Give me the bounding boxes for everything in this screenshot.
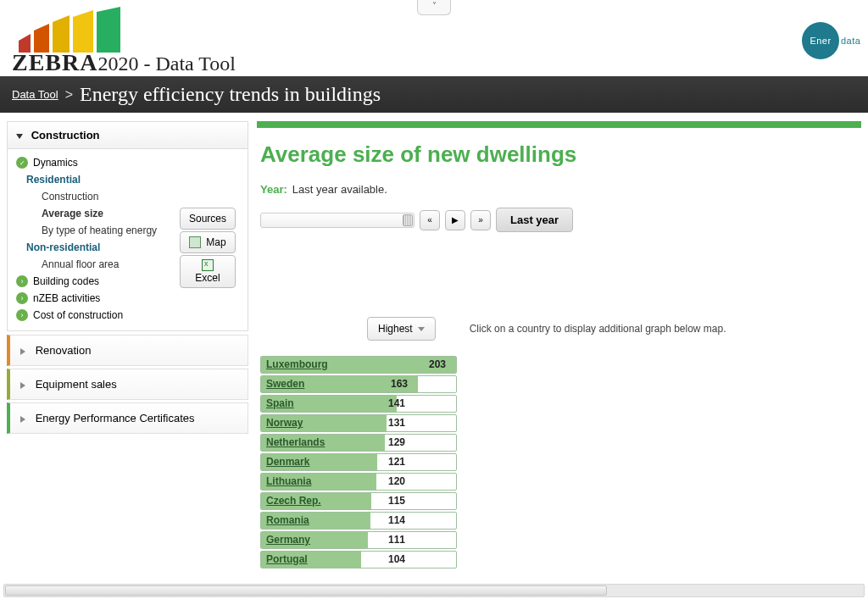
rewind-button[interactable]: « — [420, 210, 440, 230]
bar-value: 163 — [391, 378, 408, 390]
excel-icon — [202, 259, 214, 271]
nav-residential-label: Residential — [26, 174, 81, 186]
country-link[interactable]: Luxembourg — [266, 358, 328, 370]
chevron-right-icon — [16, 275, 28, 287]
country-link[interactable]: Germany — [266, 534, 310, 546]
bar-row[interactable]: Germany111 — [260, 531, 457, 549]
excel-button-label: Excel — [195, 272, 220, 284]
svg-marker-2 — [53, 15, 70, 53]
map-button[interactable]: Map — [180, 231, 236, 253]
chevron-down-icon — [418, 327, 425, 331]
caret-right-icon — [20, 382, 25, 389]
horizontal-scrollbar[interactable] — [3, 584, 865, 597]
bar-value: 104 — [388, 553, 405, 565]
bar-value: 203 — [429, 358, 446, 370]
panel-epc-label: Energy Performance Certificates — [36, 412, 195, 424]
breadcrumb-title: Energy efficiency trends in buildings — [80, 83, 381, 106]
svg-marker-1 — [34, 24, 49, 53]
forward-button[interactable]: » — [470, 210, 491, 230]
bar-row[interactable]: Netherlands129 — [260, 434, 457, 452]
panel-construction-label: Construction — [31, 129, 100, 141]
country-link[interactable]: Denmark — [266, 456, 309, 468]
bar-row[interactable]: Denmark121 — [260, 453, 457, 471]
year-slider[interactable] — [260, 213, 415, 228]
last-year-button[interactable]: Last year — [496, 208, 573, 232]
last-year-label: Last year — [510, 214, 559, 226]
slider-handle-icon[interactable] — [403, 214, 413, 226]
enerdata-suffix: data — [841, 36, 860, 46]
top-panel-toggle[interactable]: ˅ — [417, 0, 451, 15]
bar-value: 121 — [388, 456, 405, 468]
bar-row[interactable]: Romania114 — [260, 512, 457, 530]
nav-dynamics[interactable]: Dynamics — [8, 154, 248, 171]
sort-dropdown[interactable]: Highest — [367, 317, 436, 341]
caret-right-icon — [20, 348, 25, 355]
bar-value: 115 — [388, 495, 405, 507]
year-label: Year: — [260, 183, 287, 196]
panel-equipment[interactable]: Equipment sales — [7, 369, 248, 400]
brand-name: ZEBRA — [12, 49, 97, 75]
export-buttons: Sources Map Excel — [180, 208, 236, 288]
nav-nonres-label: Non-residential — [26, 241, 100, 253]
map-button-label: Map — [206, 236, 225, 248]
nav-cost[interactable]: Cost of construction — [8, 307, 248, 324]
page-title: Average size of new dwellings — [260, 141, 861, 168]
nav-heating-label: By type of heating energy — [42, 225, 157, 236]
bar-row[interactable]: Luxembourg203 — [260, 356, 457, 374]
country-link[interactable]: Sweden — [266, 378, 304, 390]
check-icon — [16, 157, 28, 169]
country-link[interactable]: Norway — [266, 417, 303, 429]
accent-stripe — [257, 121, 861, 128]
panel-renovation[interactable]: Renovation — [7, 335, 248, 366]
bar-row[interactable]: Sweden163 — [260, 375, 457, 393]
country-link[interactable]: Netherlands — [266, 436, 325, 448]
country-link[interactable]: Lithuania — [266, 475, 311, 487]
bar-row[interactable]: Portugal104 — [260, 551, 457, 568]
svg-marker-4 — [97, 7, 120, 53]
bar-value: 120 — [388, 475, 405, 487]
excel-button[interactable]: Excel — [180, 255, 236, 288]
country-link[interactable]: Czech Rep. — [266, 495, 321, 507]
bar-value: 111 — [388, 534, 405, 546]
breadcrumb-bar: Data Tool > Energy efficiency trends in … — [0, 76, 868, 113]
panel-epc[interactable]: Energy Performance Certificates — [7, 402, 248, 434]
bar-value: 141 — [388, 397, 405, 409]
nav-nzeb-label: nZEB activities — [33, 292, 100, 304]
map-icon — [189, 236, 201, 248]
bar-row[interactable]: Lithuania120 — [260, 473, 457, 491]
sources-button[interactable]: Sources — [180, 208, 236, 230]
bar-row[interactable]: Norway131 — [260, 414, 457, 432]
chart-hint: Click on a country to display additional… — [470, 323, 726, 335]
scrollbar-thumb[interactable] — [5, 585, 607, 596]
bar-value: 114 — [388, 514, 405, 526]
bar-value: 131 — [388, 417, 405, 429]
breadcrumb-root-link[interactable]: Data Tool — [12, 88, 58, 101]
year-controls: Year: Last year available. « ▶ » Last ye… — [260, 183, 861, 232]
nav-section-residential: Residential — [8, 171, 248, 188]
nav-annual-floor-label: Annual floor area — [42, 258, 119, 270]
breadcrumb-separator: > — [65, 87, 73, 103]
svg-marker-3 — [73, 10, 93, 53]
caret-right-icon — [20, 416, 25, 423]
nav-building-codes-label: Building codes — [33, 275, 99, 287]
nav-nzeb[interactable]: nZEB activities — [8, 290, 248, 307]
nav-construction[interactable]: Construction — [8, 188, 248, 205]
panel-renovation-label: Renovation — [36, 344, 92, 357]
panel-equipment-label: Equipment sales — [36, 378, 117, 391]
bar-value: 129 — [388, 436, 405, 448]
country-bar-chart: Luxembourg203Sweden163Spain141Norway131N… — [260, 356, 861, 568]
play-button[interactable]: ▶ — [445, 210, 465, 230]
country-link[interactable]: Spain — [266, 397, 294, 409]
chevron-right-icon — [16, 292, 28, 304]
caret-down-icon — [16, 134, 23, 139]
brand-year: 2020 — [97, 53, 138, 75]
brand-suffix: - Data Tool — [138, 53, 236, 75]
panel-construction-header[interactable]: Construction — [8, 122, 248, 149]
country-link[interactable]: Portugal — [266, 553, 308, 565]
bar-row[interactable]: Czech Rep.115 — [260, 492, 457, 510]
nav-dynamics-label: Dynamics — [33, 157, 78, 169]
country-link[interactable]: Romania — [266, 514, 309, 526]
nav-average-size-label: Average size — [42, 208, 103, 219]
bar-row[interactable]: Spain141 — [260, 395, 457, 413]
nav-construction-label: Construction — [42, 191, 98, 202]
